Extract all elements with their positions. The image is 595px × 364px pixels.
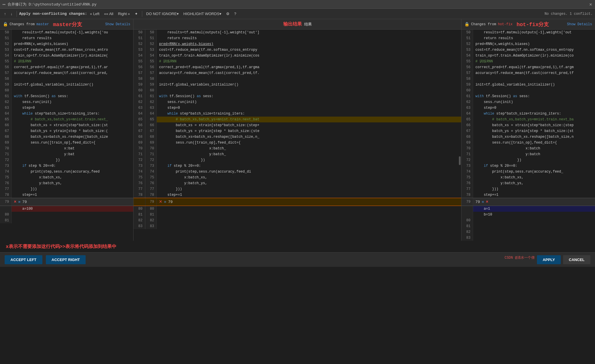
apply-non-conflicting-label: Apply non-conflicting changes: (19, 12, 87, 16)
table-row: 67 67 batch_ys = ytrain[step * batch_siz… (134, 128, 461, 134)
table-row: 69 sess.run([train_op],feed_dict={ (0, 140, 133, 146)
table-row: 75 x:batch_xs, (0, 175, 133, 180)
title-text: ⟷ 合并修订为 D:\pythonstudy\untitled\RNN.py (3, 2, 97, 7)
table-row: 57 accuracy=tf.reduce_mean(tf.cast(corre… (0, 70, 133, 76)
bottom-annotation: x表示不需要添加这行代码>>表示将代码添加到结果中 (0, 241, 595, 252)
panels-row: 🔒 Changes from master master分支 Show Deta… (0, 19, 595, 241)
conflict-row-left: 79 × » 79 (0, 198, 133, 206)
table-row: 76 76 y:batch_ys, (134, 180, 461, 186)
table-row: 68 batch_xs=batch_xs.reshape([batch_size… (461, 134, 595, 140)
reject-left-button[interactable]: × (14, 200, 16, 204)
table-row: 64 while step*batch_size<training_iters: (0, 111, 133, 117)
table-row: 68 68 batch_xs=batch_xs.reshape([batch_s… (134, 134, 461, 140)
table-row: 52 pred=RNN(x,weights,biases) (0, 41, 133, 47)
footer-left: ACCEPT LEFT ACCEPT RIGHT (5, 255, 86, 264)
accept-left-button[interactable]: » (18, 200, 20, 204)
table-row: 51 return results (461, 35, 595, 41)
table-row: 65 # batch_xs,batch_ys=mnist.train.next_… (461, 117, 595, 122)
left-panel-header: 🔒 Changes from master master分支 Show Deta… (0, 19, 133, 30)
table-row: 50 50 results=tf.matmul(outputs[-1],weig… (134, 30, 461, 35)
table-row: 56 correct_pred=tf.equal(tf.argmax(pred,… (461, 64, 595, 70)
annotation-text: x表示不需要添加这行代码>>表示将代码添加到结果中 (6, 244, 116, 250)
master-annotation: master分支 (53, 21, 82, 28)
accept-left-button[interactable]: ACCEPT LEFT (5, 255, 42, 264)
table-row: 62 62 sess.run(init) (134, 99, 461, 105)
table-row: 77 })) (461, 186, 595, 192)
left-lock-icon: 🔒 (3, 22, 8, 27)
table-row: 54 train_op=tf.train.AdamOptimizer(lr).m… (0, 53, 133, 59)
table-row: 65 # batch_xs,batch_ys=mnist.train.next_ (0, 117, 133, 122)
left-panel: 🔒 Changes from master master分支 Show Deta… (0, 19, 134, 241)
left-code-area[interactable]: 50 results=tf.matmul(outputs[-1],weights… (0, 30, 133, 241)
table-row: 80 80 (134, 206, 461, 212)
table-row: 72 72 }) (134, 157, 461, 163)
table-row: 56 correct_pred=tf.equal(tf.argmax(pred,… (0, 64, 133, 70)
table-row: 58 (461, 76, 595, 82)
apply-all-button[interactable]: «« All (102, 11, 115, 17)
table-row: 61 61 with tf.Session() as sess: (134, 93, 461, 99)
table-row: 52 pred=RNN(x,weights,biases) (461, 41, 595, 47)
table-row: 53 53 cost=tf.reduce_mean(tf.nn.softmax_… (134, 47, 461, 53)
table-row: 50 results=tf.matmul(outputs[-1],weights… (461, 30, 595, 35)
table-row: 76 y:batch_ys, (0, 180, 133, 186)
star-button[interactable]: ✦ (133, 11, 140, 17)
highlight-words-button[interactable]: HIGHLIGHT WORDS▾ (182, 11, 223, 17)
table-row: 83 83 (134, 223, 461, 229)
toolbar-separator-1 (17, 11, 17, 17)
do-not-ignore-button[interactable]: DO NOT IGNORE▾ (145, 11, 181, 17)
center-arrows-icon: » (164, 200, 166, 204)
title-bar: ⟷ 合并修订为 D:\pythonstudy\untitled\RNN.py ✕ (0, 0, 595, 9)
table-row: 70 x:bat (0, 146, 133, 151)
up-arrow-button[interactable]: ↑ (2, 11, 8, 17)
left-show-details-button[interactable]: Show Details (105, 22, 130, 26)
right-code-area[interactable]: 50 results=tf.matmul(outputs[-1],weights… (461, 30, 595, 241)
toolbar-right: No changes. 1 conflict. (544, 12, 593, 16)
table-row: 81 81 (134, 212, 461, 218)
center-scrollbar[interactable] (459, 156, 461, 165)
table-row: 63 63 step=0 (134, 105, 461, 111)
center-code-area[interactable]: 50 50 results=tf.matmul(outputs[-1],weig… (134, 30, 461, 241)
table-row: 59 59 init=tf.global_variables_initializ… (134, 82, 461, 88)
right-lock-icon: 🔒 (464, 22, 469, 27)
toolbar-separator-2 (142, 11, 142, 17)
apply-left-button[interactable]: « Left (88, 11, 101, 17)
table-row: 66 66 batch_xs = xtrain[step*batch_size:… (134, 122, 461, 128)
table-row: 73 if step % 20==0: (461, 163, 595, 169)
apply-right-button[interactable]: Right » (116, 11, 131, 17)
table-row: 75 x:batch_xs, (461, 175, 595, 180)
table-row: b=10 (461, 212, 595, 218)
footer-right: CSDN @清水一个僧 APPLY CANCEL (502, 255, 590, 264)
accept-right-button[interactable]: ACCEPT RIGHT (46, 255, 86, 264)
apply-button[interactable]: APPLY (537, 255, 561, 264)
output-label: 输出结果 (283, 21, 302, 27)
close-button[interactable]: ✕ (589, 1, 592, 7)
down-arrow-button[interactable]: ↓ (9, 11, 15, 17)
right-panel: 🔒 Changes from hot-fix hot-fix分支 Show De… (461, 19, 595, 241)
table-row: 80 (461, 218, 595, 223)
table-row: 78 step+=1 (0, 192, 133, 198)
table-row: 54 train_op=tf.train.AdamOptimizer(lr).m… (461, 53, 595, 59)
table-row: 51 51 return results (134, 35, 461, 41)
table-row: 66 batch_xs = xtrain[step*batch_size:(st… (461, 122, 595, 128)
table-row: 53 cost=tf.reduce_mean(tf.nn.softmax_cro… (0, 47, 133, 53)
table-row: 67 batch_ys = ytrain[step * batch_size:(… (461, 128, 595, 134)
table-row: 78 step+=1 (461, 192, 595, 198)
settings-button[interactable]: ⚙ (224, 11, 231, 17)
table-row: 71 y:batch (461, 151, 595, 157)
table-row: 57 57 accuracy=tf.reduce_mean(tf.cast(co… (134, 70, 461, 76)
table-row: 82 (461, 229, 595, 235)
right-changes-from-label: Changes from (471, 22, 496, 26)
table-row: 77 })) (0, 186, 133, 192)
table-row: 63 step=0 (0, 105, 133, 111)
conflict-row-right: 79 79 « × (461, 198, 595, 206)
right-panel-header: 🔒 Changes from hot-fix hot-fix分支 Show De… (461, 19, 595, 30)
help-button[interactable]: ? (232, 11, 238, 17)
accept-right-arrow[interactable]: « (482, 200, 484, 204)
reject-right-button[interactable]: × (486, 200, 488, 204)
cancel-button[interactable]: CANCEL (563, 255, 590, 264)
table-row: 67 batch_ys = ytrain[step * batch_size:( (0, 128, 133, 134)
no-changes-label: No changes. 1 conflict. (544, 12, 593, 16)
right-show-details-button[interactable]: Show Details (567, 22, 592, 26)
table-row: 63 step=0 (461, 105, 595, 111)
table-row: 66 batch_xs = xtrain[step*batch_size:(st (0, 122, 133, 128)
